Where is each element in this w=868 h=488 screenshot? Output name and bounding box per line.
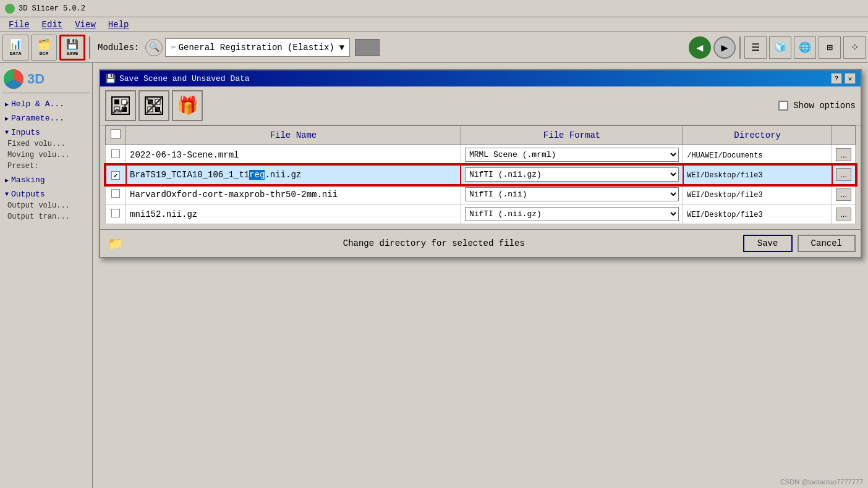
sidebar-masking-label: Masking	[11, 175, 45, 185]
table-row: ✔ BraTS19_TCIA10_106_1_t1reg.nii.gz NifT…	[106, 165, 856, 185]
sidebar-item-masking[interactable]: ▶ Masking	[2, 174, 90, 186]
dialog-title-text: Save Scene and Unsaved Data	[119, 74, 250, 83]
col-header-dir: Directory	[683, 126, 832, 145]
btn-save-label: SAVE	[66, 51, 78, 56]
row3-dots-btn[interactable]: ...	[836, 188, 851, 201]
module-dropdown-arrow: ▼	[339, 43, 344, 53]
menu-edit[interactable]: Edit	[36, 19, 69, 31]
row4-dots-cell: ...	[832, 204, 856, 224]
masking-arrow-icon: ▶	[5, 177, 9, 184]
dialog-toolbar: 🎁 Show options	[100, 86, 861, 125]
sidebar-fixed-vol: Fixed volu...	[2, 138, 90, 149]
grid-btn[interactable]: ⊞	[819, 36, 841, 59]
row2-format-select[interactable]: NifTI (.nii.gz)	[465, 167, 679, 182]
sidebar-outputs-label: Outputs	[11, 190, 45, 199]
inputs-arrow-icon: ▼	[5, 129, 9, 136]
show-options-checkbox[interactable]	[778, 101, 788, 111]
row2-dir-text: WEI/Desktop/file3	[687, 171, 762, 180]
nav-fwd-btn[interactable]: ▶	[713, 36, 736, 59]
row3-checkbox[interactable]	[111, 189, 120, 198]
menu-help[interactable]: Help	[102, 19, 135, 31]
row1-format-cell: MRML Scene (.mrml)	[461, 145, 683, 165]
sidebar-params-label: Paramete...	[11, 114, 64, 123]
sidebar-section-help: ▶ Help & A...	[2, 98, 90, 110]
watermark: CSDN @taotaotao7777777	[780, 478, 863, 486]
sidebar-output-tran: Output tran...	[2, 211, 90, 222]
menu-view[interactable]: View	[69, 19, 102, 31]
gift-btn[interactable]: 🎁	[172, 90, 203, 121]
col-header-filename: File Name	[126, 126, 461, 145]
deselect-all-btn[interactable]	[138, 90, 169, 121]
row1-dots-cell: ...	[832, 145, 856, 165]
sidebar-item-inputs[interactable]: ▼ Inputs	[2, 127, 90, 138]
toolbar: 📊 DATA 🗂️ DCM 💾 SAVE Modules: 🔍 ✂ Genera…	[0, 32, 868, 63]
folder-btn[interactable]: 📁	[105, 235, 125, 252]
select-all-icon	[111, 96, 130, 116]
btn-data-label: DATA	[9, 51, 21, 56]
col-header-format: File Format	[461, 126, 683, 145]
dialog-close-btn[interactable]: ✕	[845, 73, 856, 84]
select-all-btn[interactable]	[105, 90, 136, 121]
help-arrow-icon: ▶	[5, 101, 9, 108]
cube-btn[interactable]: 🧊	[769, 36, 791, 59]
save-icon: 💾	[66, 38, 79, 51]
data-icon: 📊	[9, 38, 22, 51]
row4-check-cell	[106, 204, 126, 224]
row2-check-cell: ✔	[106, 165, 126, 185]
sidebar-item-params[interactable]: ▶ Paramete...	[2, 112, 90, 124]
dialog-footer: 📁 Change directory for selected files Sa…	[100, 229, 861, 257]
sphere-btn[interactable]: 🌐	[794, 36, 816, 59]
sidebar-section-params: ▶ Paramete...	[2, 112, 90, 124]
row2-dots-btn[interactable]: ...	[836, 168, 851, 181]
table-row: HarvardOxford-cort-maxprob-thr50-2mm.nii…	[106, 185, 856, 204]
table-row: mni152.nii.gz NifTI (.nii.gz) WEI/Deskto…	[106, 204, 856, 224]
row2-dots-cell: ...	[832, 165, 856, 185]
main-area: 3D ▶ Help & A... ▶ Paramete... ▼ Inputs …	[0, 63, 868, 488]
table-row: 2022-06-13-Scene.mrml MRML Scene (.mrml)…	[106, 145, 856, 165]
btn-save[interactable]: 💾 SAVE	[59, 35, 85, 61]
header-checkbox[interactable]	[111, 129, 121, 139]
dialog-help-btn[interactable]: ?	[831, 73, 842, 84]
row2-checkbox[interactable]: ✔	[111, 171, 120, 180]
scatter-btn[interactable]: ⁘	[843, 36, 866, 59]
row1-format-select[interactable]: MRML Scene (.mrml)	[465, 148, 679, 162]
show-options-label: Show options	[793, 101, 856, 111]
row3-filename: HarvardOxford-cort-maxprob-thr50-2mm.nii	[126, 185, 461, 204]
col-header-dots	[832, 126, 856, 145]
row1-filename: 2022-06-13-Scene.mrml	[126, 145, 461, 165]
sidebar-preset: Preset:	[2, 161, 90, 172]
btn-data[interactable]: 📊 DATA	[2, 35, 28, 61]
row3-dir-text: WEI/Desktop/file3	[687, 191, 762, 200]
toolbar-separator	[89, 36, 90, 59]
toolbar-sep2	[739, 36, 741, 59]
sidebar-item-help[interactable]: ▶ Help & A...	[2, 98, 90, 110]
sidebar-help-label: Help & A...	[11, 99, 64, 109]
row2-dir: WEI/Desktop/file3	[683, 165, 832, 185]
row4-format-select[interactable]: NifTI (.nii.gz)	[465, 207, 679, 221]
row3-format-cell: NifTI (.nii)	[461, 185, 683, 204]
nav-back-btn[interactable]: ◀	[689, 36, 711, 59]
row1-check-cell	[106, 145, 126, 165]
dialog-controls: ? ✕	[831, 73, 856, 84]
menu-file[interactable]: File	[2, 19, 36, 31]
row1-checkbox[interactable]	[111, 149, 120, 158]
row4-dots-btn[interactable]: ...	[836, 208, 851, 221]
module-dropdown[interactable]: ✂ General Registration (Elastix) ▼	[165, 38, 350, 57]
row3-dir: WEI/Desktop/file3	[683, 185, 832, 204]
list-view-btn[interactable]: ☰	[744, 36, 767, 59]
row2-filename-highlight: reg	[249, 170, 265, 180]
row2-filename-suffix: .nii.gz	[265, 170, 301, 180]
row3-check-cell	[106, 185, 126, 204]
cancel-button[interactable]: Cancel	[798, 235, 856, 252]
row3-format-select[interactable]: NifTI (.nii)	[465, 187, 679, 201]
row4-checkbox[interactable]	[111, 209, 120, 217]
save-button[interactable]: Save	[743, 235, 793, 252]
btn-dcm[interactable]: 🗂️ DCM	[31, 35, 57, 61]
module-search-btn[interactable]: 🔍	[145, 39, 163, 56]
col-header-check	[106, 126, 126, 145]
row4-dir: WEI/Desktop/file3	[683, 204, 832, 224]
module-name: General Registration (Elastix)	[179, 43, 334, 53]
btn-dcm-label: DCM	[40, 51, 48, 56]
sidebar-item-outputs[interactable]: ▼ Outputs	[2, 188, 90, 200]
row1-dots-btn[interactable]: ...	[836, 148, 851, 161]
